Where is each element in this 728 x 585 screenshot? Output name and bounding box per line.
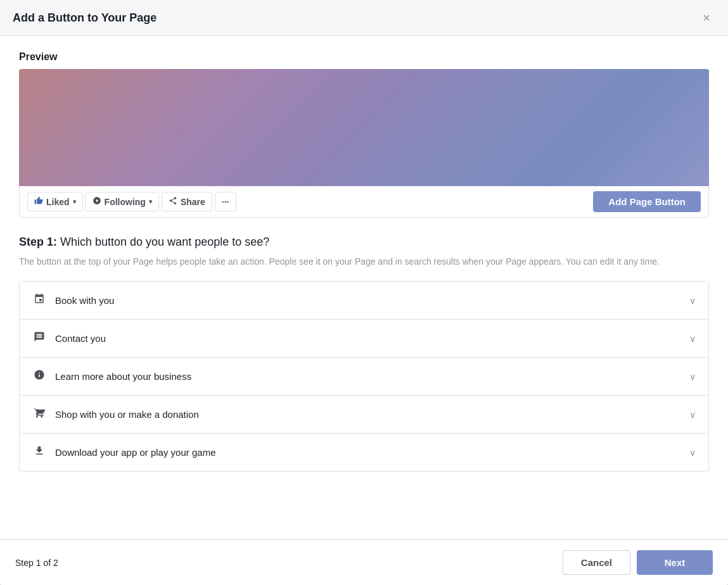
chat-icon — [32, 331, 46, 346]
calendar-icon — [32, 293, 46, 308]
preview-banner — [19, 69, 709, 186]
liked-chevron-icon: ▾ — [73, 198, 76, 205]
modal-title: Add a Button to Your Page — [13, 11, 156, 25]
option-left-learn-more: Learn more about your business — [32, 369, 191, 384]
liked-label: Liked — [46, 197, 70, 207]
option-chevron-learn-more: ∨ — [689, 372, 696, 382]
add-page-button[interactable]: Add Page Button — [593, 191, 701, 212]
preview-label: Preview — [19, 51, 709, 63]
modal-body: Preview Liked ▾ — [0, 36, 728, 539]
step-heading-rest: Which button do you want people to see? — [57, 236, 269, 248]
share-icon — [169, 196, 177, 207]
option-left-book-with-you: Book with you — [32, 293, 114, 308]
option-item-contact-you[interactable]: Contact you ∨ — [20, 320, 708, 358]
share-button[interactable]: Share — [162, 192, 212, 211]
modal-footer: Step 1 of 2 Cancel Next — [0, 539, 728, 585]
option-label-contact-you: Contact you — [55, 333, 106, 344]
option-chevron-book-with-you: ∨ — [689, 296, 696, 306]
next-button[interactable]: Next — [637, 550, 713, 575]
download-icon — [32, 445, 46, 460]
step-description: The button at the top of your Page helps… — [19, 255, 709, 268]
shop-icon — [32, 407, 46, 422]
option-label-download-app: Download your app or play your game — [55, 447, 215, 458]
option-chevron-shop-donate: ∨ — [689, 410, 696, 420]
option-item-download-app[interactable]: Download your app or play your game ∨ — [20, 434, 708, 471]
following-chevron-icon: ▾ — [149, 198, 152, 205]
share-label: Share — [181, 197, 205, 207]
option-item-book-with-you[interactable]: Book with you ∨ — [20, 282, 708, 320]
option-left-shop-donate: Shop with you or make a donation — [32, 407, 199, 422]
modal: Add a Button to Your Page × Preview Like… — [0, 0, 728, 585]
info-icon — [32, 369, 46, 384]
option-left-contact-you: Contact you — [32, 331, 106, 346]
options-list: Book with you ∨ Contact you ∨ Learn more… — [19, 281, 709, 472]
more-button[interactable]: ··· — [215, 192, 236, 211]
thumbs-up-icon — [34, 196, 43, 207]
option-chevron-contact-you: ∨ — [689, 334, 696, 344]
following-label: Following — [105, 197, 146, 207]
step-heading: Step 1: Which button do you want people … — [19, 236, 709, 249]
option-item-shop-donate[interactable]: Shop with you or make a donation ∨ — [20, 396, 708, 434]
footer-buttons: Cancel Next — [563, 550, 713, 575]
option-left-download-app: Download your app or play your game — [32, 445, 215, 460]
option-item-learn-more[interactable]: Learn more about your business ∨ — [20, 358, 708, 396]
following-button[interactable]: Following ▾ — [86, 192, 159, 211]
preview-banner-overlay — [19, 69, 709, 186]
option-chevron-download-app: ∨ — [689, 448, 696, 458]
preview-actions-bar: Liked ▾ Following ▾ — [19, 186, 709, 218]
modal-header: Add a Button to Your Page × — [0, 0, 728, 36]
preview-left-buttons: Liked ▾ Following ▾ — [27, 192, 236, 211]
following-icon — [93, 196, 101, 207]
step-heading-bold: Step 1: — [19, 236, 57, 248]
liked-button[interactable]: Liked ▾ — [27, 192, 83, 211]
step-indicator: Step 1 of 2 — [15, 558, 58, 568]
more-label: ··· — [222, 197, 229, 207]
cancel-button[interactable]: Cancel — [563, 550, 630, 575]
close-button[interactable]: × — [698, 9, 715, 27]
option-label-learn-more: Learn more about your business — [55, 371, 191, 382]
option-label-book-with-you: Book with you — [55, 295, 114, 306]
option-label-shop-donate: Shop with you or make a donation — [55, 409, 199, 420]
